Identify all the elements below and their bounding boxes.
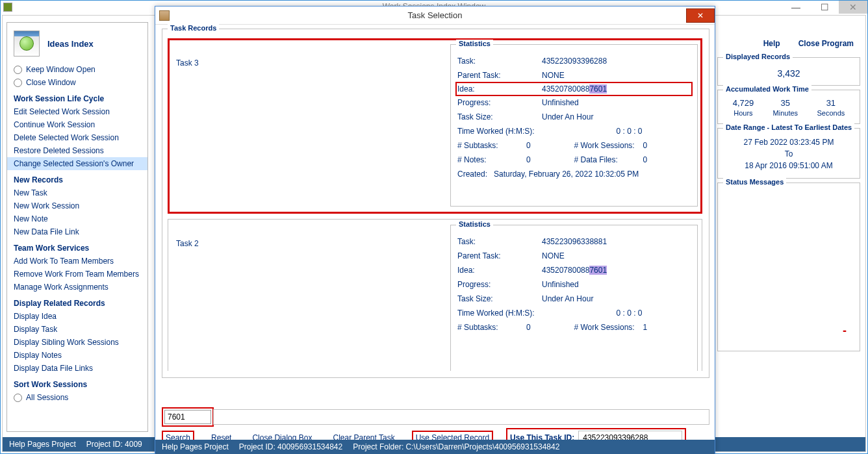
link-remove-work[interactable]: Remove Work From Team Members bbox=[7, 268, 147, 281]
stats-legend: Statistics bbox=[456, 220, 493, 228]
dialog-title: Task Selection bbox=[408, 10, 463, 20]
maximize-button[interactable]: ☐ bbox=[810, 1, 839, 14]
link-new-work-session[interactable]: New Work Session bbox=[7, 199, 147, 212]
task-3-created: Saturday, February 26, 2022 10:32:05 PM bbox=[494, 170, 639, 179]
status-messages-legend: Status Messages bbox=[723, 178, 786, 186]
label-idea: Idea: bbox=[457, 84, 542, 94]
task-3-task-id: 435223093396288 bbox=[542, 57, 691, 66]
displayed-records-panel: Displayed Records 3,432 bbox=[717, 57, 860, 86]
java-icon bbox=[159, 10, 170, 21]
task-records-scroll[interactable]: Task 3 Statistics Task:435223093396288 P… bbox=[166, 37, 705, 371]
task-2-size: Under An Hour bbox=[542, 294, 691, 303]
task-record-3[interactable]: Task 3 Statistics Task:435223093396288 P… bbox=[168, 38, 702, 214]
label-progress: Progress: bbox=[457, 98, 542, 107]
dialog-titlebar[interactable]: Task Selection ✕ bbox=[155, 6, 715, 25]
main-window: Work Sessions Index Window — ☐ ✕ Ideas I… bbox=[0, 0, 868, 454]
search-bar-remainder[interactable] bbox=[213, 409, 709, 425]
link-manage-work[interactable]: Manage Work Assignments bbox=[7, 281, 147, 294]
label-parent-task: Parent Task: bbox=[457, 251, 542, 260]
link-display-sibling[interactable]: Display Sibling Work Sessions bbox=[7, 336, 147, 349]
sidebar-title: Ideas Index bbox=[47, 39, 94, 49]
link-display-task[interactable]: Display Task bbox=[7, 323, 147, 336]
section-team-services: Team Work Services bbox=[7, 238, 147, 255]
task-2-task-id: 435223096338881 bbox=[542, 237, 691, 246]
task-2-stats: Statistics Task:435223096338881 Parent T… bbox=[450, 225, 698, 371]
task-records-fieldset: Task Records Task 3 Statistics Task:4352… bbox=[162, 29, 709, 378]
label-subtasks: # Subtasks: bbox=[457, 141, 526, 150]
link-display-data-files[interactable]: Display Data File Links bbox=[7, 362, 147, 375]
link-change-owner[interactable]: Change Selected Session's Owner bbox=[7, 157, 147, 170]
sidebar: Ideas Index Keep Window Open Close Windo… bbox=[6, 22, 148, 432]
work-time-panel: Accumulated Work Time 4,729Hours 35Minut… bbox=[717, 90, 860, 124]
task-record-2[interactable]: Task 2 Statistics Task:435223096338881 P… bbox=[168, 219, 702, 371]
label-notes: # Notes: bbox=[457, 155, 526, 164]
seconds-label: Seconds bbox=[817, 109, 845, 117]
close-button[interactable]: ✕ bbox=[839, 1, 867, 14]
dialog-statusbar: Help Pages Project Project ID: 400956931… bbox=[155, 440, 715, 454]
link-restore-sessions[interactable]: Restore Deleted Sessions bbox=[7, 144, 147, 157]
label-time-worked: Time Worked (H:M:S): bbox=[457, 127, 542, 136]
section-new-records: New Records bbox=[7, 170, 147, 186]
label-time-worked: Time Worked (H:M:S): bbox=[457, 309, 542, 318]
link-new-task[interactable]: New Task bbox=[7, 186, 147, 199]
task-3-files: 0 bbox=[643, 155, 661, 164]
label-task: Task: bbox=[457, 57, 542, 66]
section-display-related: Display Related Records bbox=[7, 294, 147, 310]
label-parent-task: Parent Task: bbox=[457, 71, 542, 80]
status-indicator-icon: - bbox=[843, 324, 847, 338]
label-data-files: # Data Files: bbox=[574, 155, 643, 164]
date-earliest: 18 Apr 2016 09:51:00 AM bbox=[723, 160, 854, 171]
close-window-radio[interactable]: Close Window bbox=[7, 76, 147, 89]
task-3-time: 0 : 0 : 0 bbox=[542, 127, 691, 136]
minutes-value: 35 bbox=[773, 98, 798, 108]
dialog-close-button[interactable]: ✕ bbox=[686, 8, 715, 23]
all-sessions-radio[interactable]: All Sessions bbox=[7, 391, 147, 404]
link-add-work[interactable]: Add Work To Team Members bbox=[7, 255, 147, 268]
task-3-progress: Unfinished bbox=[542, 98, 691, 107]
task-selection-dialog: Task Selection ✕ Task Records Task 3 Sta… bbox=[155, 6, 715, 454]
task-2-subtasks: 0 bbox=[526, 323, 544, 332]
seconds-value: 31 bbox=[817, 98, 845, 108]
minimize-button[interactable]: — bbox=[782, 1, 810, 14]
date-latest: 27 Feb 2022 03:23:45 PM bbox=[723, 136, 854, 148]
task-2-sessions: 1 bbox=[643, 323, 661, 332]
displayed-records-value: 3,432 bbox=[723, 66, 854, 79]
label-subtasks: # Subtasks: bbox=[457, 323, 526, 332]
calendar-icon bbox=[14, 31, 40, 57]
link-delete-session[interactable]: Delete Selected Work Session bbox=[7, 131, 147, 144]
date-range-legend: Date Range - Latest To Earliest Dates bbox=[723, 123, 854, 131]
hours-label: Hours bbox=[733, 109, 754, 117]
link-new-data-file[interactable]: New Data File Link bbox=[7, 225, 147, 238]
task-records-legend: Task Records bbox=[168, 24, 219, 32]
task-3-sessions: 0 bbox=[643, 141, 661, 150]
task-3-subtasks: 0 bbox=[526, 141, 544, 150]
help-link[interactable]: Help bbox=[763, 39, 780, 48]
app-icon bbox=[3, 3, 12, 12]
link-continue-session[interactable]: Continue Work Session bbox=[7, 118, 147, 131]
keep-window-open-radio[interactable]: Keep Window Open bbox=[7, 63, 147, 76]
dlg-status-project-folder: Project Folder: C:\Users\Darren\Projects… bbox=[353, 442, 559, 451]
link-edit-session[interactable]: Edit Selected Work Session bbox=[7, 105, 147, 118]
minutes-label: Minutes bbox=[773, 109, 798, 117]
task-3-size: Under An Hour bbox=[542, 112, 691, 121]
status-project-id: Project ID: 4009 bbox=[86, 440, 142, 449]
label-idea: Idea: bbox=[457, 266, 542, 275]
task-3-idea: 435207800887601 bbox=[542, 84, 691, 94]
dlg-status-project-id: Project ID: 400956931534842 bbox=[239, 442, 342, 451]
work-time-legend: Accumulated Work Time bbox=[723, 85, 811, 93]
task-3-parent: NONE bbox=[542, 71, 691, 80]
link-display-idea[interactable]: Display Idea bbox=[7, 310, 147, 323]
link-display-notes[interactable]: Display Notes bbox=[7, 349, 147, 362]
date-to: To bbox=[723, 148, 854, 160]
link-new-note[interactable]: New Note bbox=[7, 212, 147, 225]
task-2-progress: Unfinished bbox=[542, 280, 691, 289]
label-task-size: Task Size: bbox=[457, 112, 542, 121]
status-messages-panel: Status Messages - bbox=[717, 183, 860, 351]
search-input[interactable] bbox=[164, 410, 211, 424]
hours-value: 4,729 bbox=[733, 98, 754, 108]
close-program-link[interactable]: Close Program bbox=[798, 39, 854, 48]
task-3-stats: Statistics Task:435223093396288 Parent T… bbox=[450, 44, 698, 207]
status-help: Help Pages Project bbox=[9, 440, 76, 449]
right-column: Help Close Program Displayed Records 3,4… bbox=[717, 39, 860, 355]
label-task: Task: bbox=[457, 237, 542, 246]
